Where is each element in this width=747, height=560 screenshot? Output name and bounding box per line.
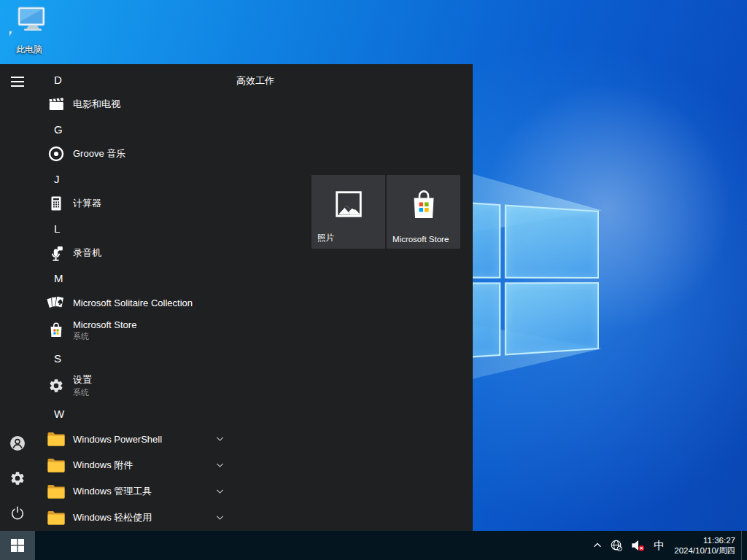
clock-time: 11:36:27 — [674, 535, 735, 545]
section-letter-M[interactable]: M — [35, 265, 263, 290]
power-icon[interactable] — [0, 496, 35, 531]
microsoft-store-tile-icon — [387, 175, 460, 235]
app-item-label: Microsoft Store — [73, 319, 136, 330]
folder-icon — [47, 456, 66, 475]
groove-music-icon — [47, 144, 66, 163]
network-globe-offline-icon[interactable] — [606, 531, 627, 560]
tile-group-header[interactable]: 高效工作 — [236, 74, 274, 88]
photos-icon — [311, 175, 385, 233]
movies-tv-icon — [47, 95, 66, 114]
chevron-up-icon[interactable] — [589, 531, 606, 560]
section-letter-D[interactable]: D — [35, 67, 263, 92]
settings-gear-icon — [47, 376, 66, 395]
chevron-down-icon[interactable] — [215, 461, 225, 470]
app-list-item[interactable]: 计算器 — [35, 191, 263, 216]
app-list-item[interactable]: Windows 附件 — [35, 452, 263, 478]
folder-icon — [47, 508, 66, 527]
folder-icon — [47, 429, 66, 448]
app-item-label: Windows 附件 — [73, 459, 133, 472]
app-item-label: Windows 管理工具 — [73, 485, 152, 498]
section-letter-J[interactable]: J — [35, 166, 263, 191]
desktop-screen: 此电脑 D电影和电视GGroove 音乐J计算器L录音机MMicrosoft S… — [0, 0, 747, 560]
section-letter-W[interactable]: W — [35, 401, 263, 426]
start-button[interactable] — [0, 531, 35, 560]
app-item-label: 计算器 — [73, 197, 101, 210]
app-item-sublabel: 系统 — [73, 387, 92, 398]
app-list-item[interactable]: Windows PowerShell — [35, 426, 263, 452]
start-menu: D电影和电视GGroove 音乐J计算器L录音机MMicrosoft Solit… — [0, 64, 473, 531]
app-item-label: Microsoft Solitaire Collection — [73, 298, 193, 308]
app-list-item[interactable]: Windows 管理工具 — [35, 478, 263, 505]
section-letter-L[interactable]: L — [35, 216, 263, 241]
app-list-item[interactable]: 设置系统 — [35, 370, 263, 401]
section-letter-G[interactable]: G — [35, 117, 263, 141]
folder-icon — [47, 482, 66, 501]
app-list-item[interactable]: Microsoft Solitaire Collection — [35, 290, 263, 315]
chevron-down-icon[interactable] — [215, 487, 225, 497]
app-item-label: 电影和电视 — [73, 98, 120, 111]
app-item-label: Windows PowerShell — [73, 434, 162, 445]
this-pc-desktop-icon[interactable]: 此电脑 — [6, 6, 53, 56]
start-tile-store[interactable]: Microsoft Store — [387, 175, 460, 249]
volume-muted-icon[interactable] — [627, 531, 649, 560]
app-list-item[interactable]: 录音机 — [35, 241, 263, 265]
tile-label: Microsoft Store — [387, 235, 460, 249]
chevron-down-icon[interactable] — [215, 513, 225, 523]
voice-recorder-icon — [47, 244, 66, 262]
solitaire-icon — [47, 293, 66, 312]
app-item-label: 设置 — [73, 373, 92, 386]
computer-icon — [9, 29, 49, 42]
clock-date: 2024/10/10/周四 — [674, 545, 735, 556]
taskbar: 中 11:36:27 2024/10/10/周四 — [0, 531, 747, 560]
app-list-item[interactable]: Windows 轻松使用 — [35, 505, 263, 531]
calculator-icon — [47, 194, 66, 213]
app-item-label: 录音机 — [73, 246, 101, 260]
rail-spacer — [0, 99, 35, 426]
tile-label: 照片 — [311, 233, 385, 249]
microsoft-store-icon — [47, 321, 66, 340]
show-desktop-button[interactable] — [741, 531, 747, 560]
app-item-label: Windows 轻松使用 — [73, 511, 152, 524]
this-pc-label: 此电脑 — [6, 44, 53, 56]
system-tray: 中 11:36:27 2024/10/10/周四 — [589, 531, 747, 560]
app-list-item[interactable]: 电影和电视 — [35, 92, 263, 117]
app-list-item[interactable]: Groove 音乐 — [35, 141, 263, 166]
taskbar-clock[interactable]: 11:36:27 2024/10/10/周四 — [670, 535, 741, 556]
app-list: D电影和电视GGroove 音乐J计算器L录音机MMicrosoft Solit… — [35, 67, 263, 531]
start-menu-rail — [0, 64, 35, 531]
chevron-down-icon[interactable] — [215, 435, 225, 444]
settings-gear-icon[interactable] — [0, 461, 35, 496]
section-letter-S[interactable]: S — [35, 346, 263, 370]
user-icon[interactable] — [0, 426, 35, 461]
app-list-item[interactable]: Microsoft Store系统 — [35, 315, 263, 346]
ime-indicator[interactable]: 中 — [649, 539, 670, 553]
app-item-sublabel: 系统 — [73, 331, 136, 342]
app-item-label: Groove 音乐 — [73, 147, 125, 160]
hamburger-icon[interactable] — [0, 64, 35, 99]
start-tile-photos[interactable]: 照片 — [311, 175, 385, 249]
